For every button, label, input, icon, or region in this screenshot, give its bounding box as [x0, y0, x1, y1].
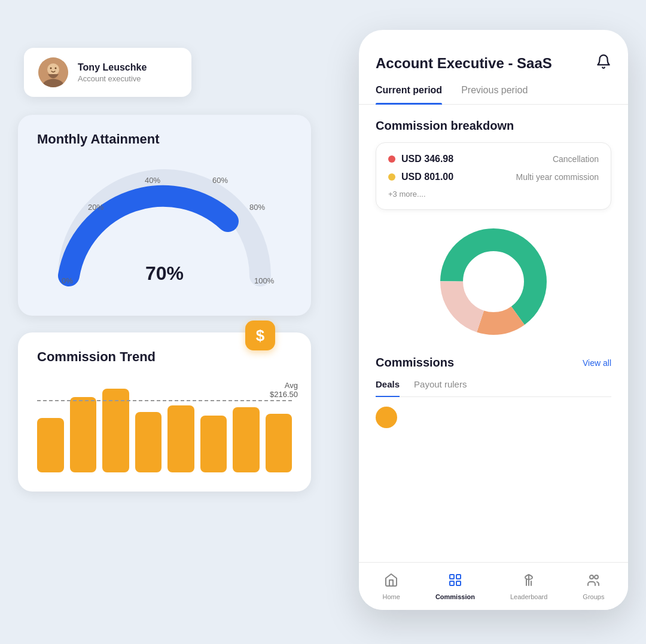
user-info: Tony Leuschke Account executive	[78, 62, 147, 83]
breakdown-amount-1: USD 346.98	[401, 154, 453, 164]
svg-point-4	[55, 68, 57, 69]
gauge-value: 70%	[145, 263, 184, 285]
nav-home[interactable]: Home	[383, 573, 400, 600]
svg-point-1	[47, 63, 59, 75]
svg-rect-17	[450, 581, 454, 585]
svg-rect-15	[450, 575, 454, 579]
bar-7	[266, 414, 292, 472]
phone-title: Account Executive - SaaS	[376, 55, 552, 72]
breakdown-title: Commission breakdown	[376, 119, 611, 133]
bar-2	[102, 389, 129, 472]
user-card: Tony Leuschke Account executive	[24, 48, 191, 97]
sub-tab-deals[interactable]: Deals	[376, 379, 400, 396]
svg-text:0%: 0%	[62, 276, 73, 285]
donut-chart	[376, 222, 611, 341]
nav-commission-label: Commission	[435, 593, 475, 600]
more-text: +3 more....	[388, 190, 599, 199]
nav-leaderboard-label: Leaderboard	[510, 593, 547, 600]
bar-6	[233, 407, 260, 472]
commission-item-indicator	[376, 407, 397, 428]
view-all-link[interactable]: View all	[583, 358, 611, 368]
bar-chart: Avg$216.50	[37, 377, 292, 472]
breakdown-label-2: Multi year commission	[516, 172, 599, 182]
svg-rect-16	[456, 575, 461, 579]
breakdown-amount-2: USD 801.00	[401, 172, 453, 182]
breakdown-row-2: USD 801.00 Multi year commission	[388, 172, 599, 182]
bar-1	[70, 397, 97, 472]
dot-yellow	[388, 173, 395, 181]
svg-text:80%: 80%	[249, 203, 265, 212]
svg-text:60%: 60%	[212, 176, 228, 185]
nav-leaderboard[interactable]: Leaderboard	[510, 573, 547, 600]
nav-commission[interactable]: Commission	[435, 573, 475, 600]
groups-icon	[586, 573, 601, 591]
breakdown-label-1: Cancellation	[553, 154, 599, 164]
svg-text:40%: 40%	[145, 176, 160, 185]
svg-point-3	[50, 68, 52, 69]
dollar-badge: $	[245, 321, 275, 350]
svg-point-14	[465, 253, 522, 310]
svg-text:100%: 100%	[254, 276, 275, 285]
avatar	[38, 57, 68, 87]
dot-red	[388, 155, 395, 163]
breakdown-row-1: USD 346.98 Cancellation	[388, 154, 599, 164]
gauge-container: 0% 20% 40% 60% 80% 100% 70%	[37, 159, 292, 297]
commissions-title: Commissions	[376, 356, 454, 370]
svg-point-20	[595, 575, 598, 579]
svg-point-19	[590, 575, 593, 579]
user-role: Account executive	[78, 74, 147, 83]
attainment-title: Monthly Attainment	[37, 132, 292, 147]
bell-icon[interactable]	[596, 54, 611, 73]
bottom-nav: Home Commission Leaderboard	[359, 562, 628, 610]
bar-3	[135, 412, 162, 472]
nav-groups[interactable]: Groups	[583, 573, 604, 600]
phone-header: Account Executive - SaaS	[359, 30, 628, 73]
bar-0	[37, 418, 64, 472]
nav-home-label: Home	[383, 593, 400, 600]
sub-tabs: Deals Payout rulers	[376, 379, 611, 397]
bar-5	[200, 416, 227, 472]
leaderboard-icon	[522, 573, 536, 591]
tab-previous-period[interactable]: Previous period	[461, 85, 528, 104]
tab-current-period[interactable]: Current period	[376, 85, 442, 104]
commissions-header: Commissions View all	[376, 356, 611, 370]
left-panel: Tony Leuschke Account executive Monthly …	[18, 48, 317, 492]
commission-icon	[448, 573, 462, 591]
phone-mockup: Account Executive - SaaS Current period …	[359, 30, 628, 610]
attainment-card: Monthly Attainment 0% 20% 40% 60% 80% 10…	[18, 115, 311, 316]
svg-rect-18	[456, 581, 461, 585]
nav-groups-label: Groups	[583, 593, 604, 600]
phone-content: Commission breakdown USD 346.98 Cancella…	[359, 105, 628, 562]
trend-card: $ Commission Trend Avg$216.50	[18, 332, 311, 492]
svg-text:20%: 20%	[88, 203, 103, 212]
bar-4	[167, 405, 194, 472]
trend-title: Commission Trend	[37, 349, 292, 365]
sub-tab-payout[interactable]: Payout rulers	[414, 379, 467, 396]
breakdown-card: USD 346.98 Cancellation USD 801.00 Multi…	[376, 142, 611, 210]
tabs-bar: Current period Previous period	[359, 73, 628, 105]
user-name: Tony Leuschke	[78, 62, 147, 73]
home-icon	[384, 573, 398, 591]
